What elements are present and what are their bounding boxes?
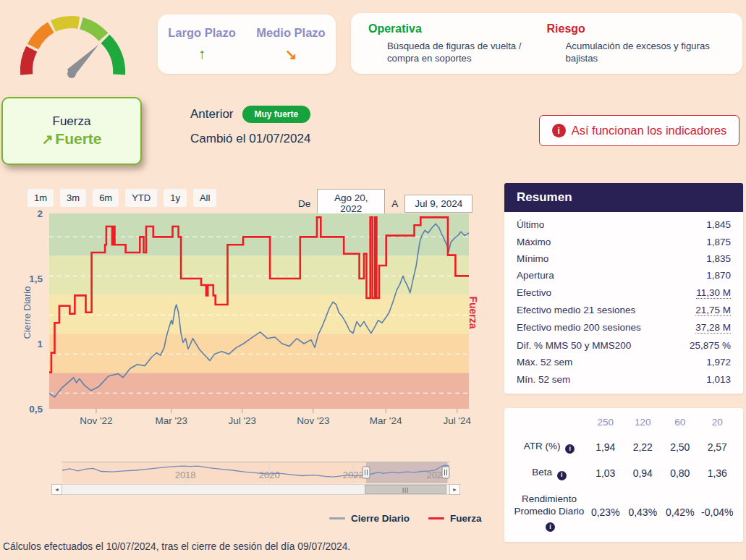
stats-value: 0,43% bbox=[624, 506, 662, 518]
down-right-arrow-icon: ↘ bbox=[256, 46, 325, 63]
svg-text:Nov '22: Nov '22 bbox=[80, 415, 112, 426]
stats-header-250: 250 bbox=[587, 417, 624, 428]
legend-swatch-icon bbox=[428, 517, 444, 519]
stats-value: 0,42% bbox=[661, 506, 699, 518]
summary-row-value[interactable]: 11,30 M bbox=[696, 287, 731, 299]
fuerza-status-card[interactable]: Fuerza ↗Fuerte bbox=[1, 97, 142, 165]
operativa-title: Operativa bbox=[368, 22, 547, 35]
stats-value: 2,57 bbox=[699, 441, 737, 453]
range-button-ytd[interactable]: YTD bbox=[125, 189, 157, 207]
summary-row: Apertura1,870 bbox=[504, 267, 743, 284]
svg-text:Nov '23: Nov '23 bbox=[297, 415, 329, 426]
summary-row-value[interactable]: 21,75 M bbox=[695, 305, 731, 316]
long-term-label: Largo Plazo bbox=[168, 26, 236, 40]
stats-row-label: ATR (%) i bbox=[512, 440, 587, 454]
summary-row-label: Mín. 52 sem bbox=[517, 374, 570, 385]
stats-table-card: 2501206020ATR (%) i1,942,222,502,57Beta … bbox=[504, 408, 743, 542]
legend-item-fuerza[interactable]: Fuerza bbox=[428, 513, 482, 524]
changed-date-text: Cambió el 01/07/2024 bbox=[190, 132, 310, 146]
stats-value: 2,22 bbox=[624, 441, 662, 453]
info-icon[interactable]: i bbox=[565, 444, 575, 454]
scrollbar-thumb[interactable]: ||| bbox=[365, 485, 446, 494]
summary-row-label: Apertura bbox=[517, 270, 554, 281]
summary-row: Mínimo1,835 bbox=[504, 250, 743, 267]
stats-value: -0,04% bbox=[699, 506, 737, 518]
sentiment-gauge bbox=[9, 4, 139, 80]
riesgo-block: Riesgo Acumulación de excesos y figuras … bbox=[547, 22, 726, 64]
svg-text:2: 2 bbox=[37, 208, 43, 219]
chart-scrollbar: ◄ ||| ► bbox=[51, 484, 460, 495]
svg-text:Jul '24: Jul '24 bbox=[443, 415, 471, 426]
range-buttons: 1m3m6mYTD1yAll bbox=[27, 189, 216, 207]
riesgo-title: Riesgo bbox=[547, 22, 726, 35]
navigator-right-handle[interactable] bbox=[442, 467, 449, 478]
info-icon[interactable]: i bbox=[546, 522, 555, 532]
info-icon: i bbox=[552, 124, 566, 137]
scrollbar-left-arrow[interactable]: ◄ bbox=[51, 484, 62, 495]
stats-value: 1,94 bbox=[587, 441, 624, 453]
previous-status-row: Anterior Muy fuerte bbox=[190, 106, 310, 123]
summary-row-label: Efectivo medio 200 sesiones bbox=[517, 322, 641, 334]
summary-row: Efectivo11,30 M bbox=[504, 284, 743, 302]
footer-note: Cálculos efectuados el 10/07/2024, tras … bbox=[3, 541, 350, 552]
navigator-left-handle[interactable] bbox=[363, 467, 370, 478]
scrollbar-track[interactable]: ||| bbox=[62, 484, 449, 495]
summary-row-value: 1,835 bbox=[706, 253, 731, 264]
summary-row-value[interactable]: 37,28 M bbox=[695, 322, 731, 334]
svg-text:0,5: 0,5 bbox=[29, 404, 43, 415]
summary-row-label: Dif. % MMS 50 y MMS200 bbox=[517, 340, 631, 351]
svg-text:1,5: 1,5 bbox=[29, 273, 43, 284]
stats-value: 1,36 bbox=[699, 467, 737, 479]
range-button-1m[interactable]: 1m bbox=[27, 189, 54, 207]
summary-row: Máximo1,875 bbox=[504, 233, 743, 250]
legend-swatch-icon bbox=[329, 517, 345, 519]
summary-title: Resumen bbox=[504, 183, 743, 212]
summary-row-value: 1,845 bbox=[706, 219, 731, 230]
stats-value: 0,80 bbox=[661, 467, 699, 479]
summary-row-label: Mínimo bbox=[517, 253, 548, 264]
legend-item-cierre-diario[interactable]: Cierre Diario bbox=[329, 513, 410, 524]
scrollbar-right-arrow[interactable]: ► bbox=[449, 484, 460, 495]
y2-axis-title: Fuerza bbox=[467, 296, 479, 328]
indicator-value: ↗Fuerte bbox=[41, 130, 101, 148]
main-chart[interactable]: 21,510,5Nov '22Mar '23Jul '23Nov '23Mar … bbox=[20, 208, 478, 429]
legend-label: Fuerza bbox=[450, 513, 482, 524]
range-button-6m[interactable]: 6m bbox=[93, 189, 119, 207]
info-button-label: Así funcionan los indicadores bbox=[572, 124, 727, 137]
stats-header-120: 120 bbox=[624, 417, 662, 428]
stats-header-60: 60 bbox=[661, 417, 699, 428]
up-arrow-icon: ↑ bbox=[168, 46, 236, 62]
stats-row-label: Beta i bbox=[512, 466, 587, 480]
range-button-all[interactable]: All bbox=[193, 189, 216, 207]
summary-row-label: Último bbox=[517, 219, 544, 230]
summary-row: Máx. 52 sem1,972 bbox=[504, 354, 743, 370]
svg-text:2018: 2018 bbox=[175, 470, 196, 480]
stats-grid: 2501206020ATR (%) i1,942,222,502,57Beta … bbox=[512, 417, 736, 532]
up-right-arrow-icon: ↗ bbox=[41, 132, 53, 147]
summary-row: Mín. 52 sem1,013 bbox=[504, 370, 743, 387]
summary-row-label: Máximo bbox=[517, 237, 551, 247]
term-trends-card: Largo Plazo ↑ Medio Plazo ↘ bbox=[158, 14, 336, 74]
summary-row-label: Efectivo bbox=[517, 287, 551, 299]
summary-row: Dif. % MMS 50 y MMS20025,875 % bbox=[504, 337, 743, 354]
summary-panel: Resumen Último1,845Máximo1,875Mínimo1,83… bbox=[504, 183, 743, 394]
stats-value: 0,23% bbox=[587, 506, 624, 518]
operativa-desc: Búsqueda de figuras de vuelta / compra e… bbox=[387, 41, 547, 64]
summary-row-label: Efectivo medio 21 sesiones bbox=[517, 305, 635, 316]
summary-row-value: 1,870 bbox=[706, 270, 731, 281]
svg-text:1: 1 bbox=[37, 339, 43, 349]
stats-row-label: Rendimiento Promedio Diario i bbox=[512, 493, 587, 532]
summary-rows: Último1,845Máximo1,875Mínimo1,835Apertur… bbox=[504, 212, 743, 394]
how-indicators-work-button[interactable]: i Así funcionan los indicadores bbox=[539, 115, 739, 146]
range-button-3m[interactable]: 3m bbox=[60, 189, 86, 207]
summary-row-value: 1,875 bbox=[706, 237, 731, 247]
stats-header-20: 20 bbox=[699, 417, 737, 428]
summary-row: Último1,845 bbox=[504, 216, 743, 233]
info-icon[interactable]: i bbox=[557, 471, 567, 480]
summary-row-value: 1,013 bbox=[706, 374, 731, 385]
svg-text:Mar '23: Mar '23 bbox=[155, 415, 187, 426]
previous-label: Anterior bbox=[190, 107, 234, 122]
range-button-1y[interactable]: 1y bbox=[164, 189, 187, 207]
stats-value: 2,50 bbox=[661, 441, 699, 453]
stats-value: 1,03 bbox=[587, 467, 624, 479]
